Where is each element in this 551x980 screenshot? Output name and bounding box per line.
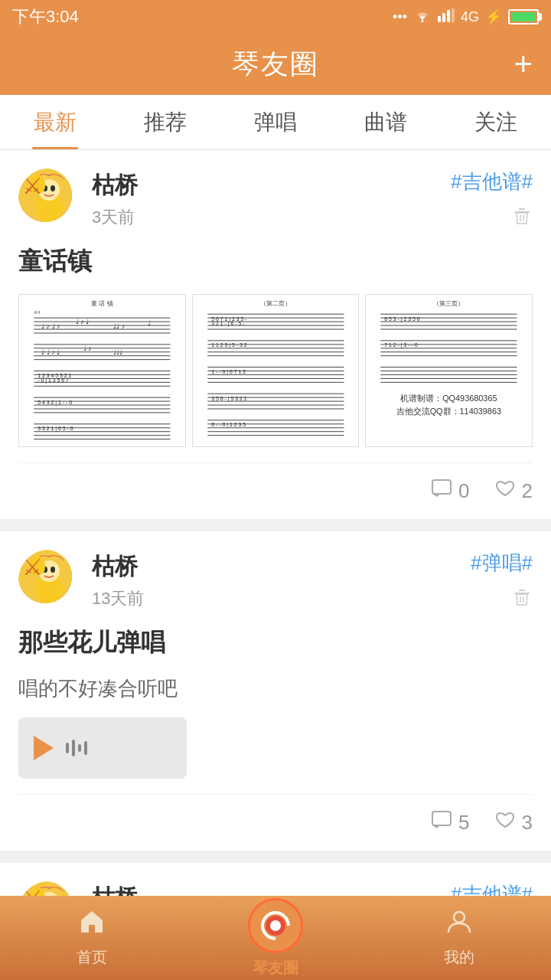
svg-rect-91 (381, 325, 517, 326)
svg-rect-107 (432, 480, 451, 494)
svg-rect-50 (34, 435, 170, 436)
like-count: 3 (522, 811, 533, 835)
svg-rect-2 (442, 13, 445, 22)
svg-rect-114 (519, 590, 525, 591)
svg-text:4/4: 4/4 (34, 310, 41, 315)
svg-rect-44 (34, 409, 170, 410)
audio-player[interactable] (18, 717, 187, 779)
svg-point-0 (421, 20, 423, 22)
svg-text:3 5 6 - | 5 3 2 1: 3 5 6 - | 5 3 2 1 (211, 396, 247, 402)
svg-rect-3 (447, 10, 450, 22)
wave-bar (84, 741, 87, 755)
feed: 枯桥 3天前 #吉他谱# 童话镇 (0, 150, 551, 980)
comment-action[interactable]: 0 (431, 479, 469, 504)
app-header: 琴友圈 + (0, 34, 551, 95)
svg-rect-62 (207, 340, 344, 341)
svg-rect-97 (381, 351, 517, 352)
sheet-image-2[interactable]: （第二页） 5 6 7 1 | 2 3 5 - 3 2 1 - | 6 - 5 … (192, 294, 360, 447)
svg-rect-76 (207, 401, 344, 402)
bottom-tab-qinyouquan[interactable]: 琴友圈 (184, 898, 367, 978)
post-tag[interactable]: #弹唱# (471, 550, 533, 577)
lightning-icon: ⚡ (485, 8, 502, 25)
svg-rect-88 (381, 314, 517, 315)
wave-bar (72, 740, 75, 756)
bottom-tab-home[interactable]: 首页 (0, 908, 184, 968)
delete-button[interactable] (511, 586, 533, 614)
battery-fill (511, 12, 535, 21)
svg-text:1 - - 0 | 6 7 1 2: 1 - - 0 | 6 7 1 2 (211, 369, 246, 375)
svg-rect-72 (207, 382, 344, 383)
svg-rect-104 (381, 382, 517, 383)
svg-rect-68 (207, 367, 344, 368)
svg-rect-100 (381, 367, 517, 368)
tab-score[interactable]: 曲谱 (331, 95, 441, 149)
like-action[interactable]: 2 (494, 479, 533, 504)
svg-rect-17 (34, 318, 170, 318)
svg-rect-26 (34, 344, 170, 345)
wave-bar (78, 744, 81, 752)
post-tag[interactable]: #吉他谱# (451, 168, 533, 195)
tab-recommend[interactable]: 推荐 (110, 95, 220, 149)
svg-rect-80 (207, 420, 344, 420)
post-time: 3天前 (92, 206, 138, 229)
sheet-image-1[interactable]: 童 话 镇 4/4 ♩ ♪ ♩ ♪ ♩ ♪ ♩ ♩♩ ♪ ♩ (18, 294, 186, 447)
post-username[interactable]: 枯桥 (92, 170, 138, 201)
tab-follow[interactable]: 关注 (441, 95, 551, 149)
post-header: 枯桥 3天前 #吉他谱# (18, 168, 533, 233)
svg-rect-21 (34, 333, 170, 334)
svg-rect-41 (34, 397, 170, 398)
wifi-icon (413, 8, 432, 27)
home-icon (78, 908, 106, 942)
svg-rect-55 (207, 314, 344, 315)
play-icon (34, 736, 54, 760)
sheet-image-3[interactable]: （第三页） 6 5 3 - | 2 3 5 6 7 1 2 - | 3 - - … (365, 294, 533, 447)
battery-icon (508, 9, 539, 24)
post-footer: 0 2 (18, 462, 533, 519)
svg-text:- 0 | 1 3 5 6 7: - 0 | 1 3 5 6 7 (37, 377, 69, 384)
tab-singing[interactable]: 弹唱 (220, 95, 331, 149)
comment-count: 0 (458, 479, 469, 503)
like-action[interactable]: 3 (494, 810, 533, 835)
post-time: 13天前 (92, 587, 144, 610)
svg-text:3 3 2 1 | 6 5 - 0: 3 3 2 1 | 6 5 - 0 (37, 426, 73, 432)
post-header-left: 枯桥 3天前 (18, 168, 138, 230)
svg-rect-71 (207, 378, 344, 379)
avatar[interactable] (18, 550, 80, 611)
post-header-right: #弹唱# (471, 550, 533, 614)
delete-button[interactable] (511, 204, 533, 233)
svg-rect-98 (381, 355, 517, 356)
svg-text:♩ ♪ ♩ ♪: ♩ ♪ ♩ ♪ (41, 322, 60, 330)
home-tab-label: 首页 (77, 947, 107, 968)
comment-icon (431, 810, 452, 835)
svg-rect-92 (381, 329, 517, 330)
svg-text:机谱制谱：QQ493680365: 机谱制谱：QQ493680365 (401, 394, 497, 403)
svg-rect-64 (207, 348, 344, 348)
post-header-right: #吉他谱# (451, 168, 533, 233)
svg-rect-4 (452, 8, 455, 22)
svg-point-111 (43, 567, 47, 573)
tab-bar: 最新 推荐 弹唱 曲谱 关注 (0, 95, 551, 150)
qinyouquan-tab-label: 琴友圈 (253, 958, 298, 978)
svg-rect-59 (207, 329, 344, 330)
post-user-info: 枯桥 3天前 (92, 170, 138, 229)
post-username[interactable]: 枯桥 (92, 551, 144, 583)
avatar[interactable] (18, 168, 80, 230)
sheet-grid: 童 话 镇 4/4 ♩ ♪ ♩ ♪ ♩ ♪ ♩ ♩♩ ♪ ♩ (18, 294, 533, 447)
comment-action[interactable]: 5 (431, 810, 469, 835)
svg-rect-82 (207, 427, 344, 428)
bottom-tab-mine[interactable]: 我的 (367, 908, 551, 968)
app-title: 琴友圈 (232, 46, 319, 83)
svg-text:5 4 3 2 | 1 - - 0: 5 4 3 2 | 1 - - 0 (37, 400, 72, 406)
svg-point-7 (38, 179, 60, 201)
avatar-image (18, 550, 72, 603)
post-card: 枯桥 13天前 #弹唱# 那些花儿弹唱 唱的不好凑合听吧 (0, 531, 551, 851)
mine-tab-label: 我的 (444, 947, 474, 968)
svg-text:吉他交流QQ群：114039863: 吉他交流QQ群：114039863 (396, 407, 501, 416)
tab-latest[interactable]: 最新 (0, 95, 110, 149)
svg-text:♩ ♪: ♩ ♪ (83, 345, 92, 352)
svg-rect-102 (381, 374, 517, 375)
svg-rect-11 (519, 208, 525, 210)
add-button[interactable]: + (514, 46, 533, 83)
post-footer: 5 3 (18, 794, 533, 851)
network-type: 4G (461, 9, 479, 25)
